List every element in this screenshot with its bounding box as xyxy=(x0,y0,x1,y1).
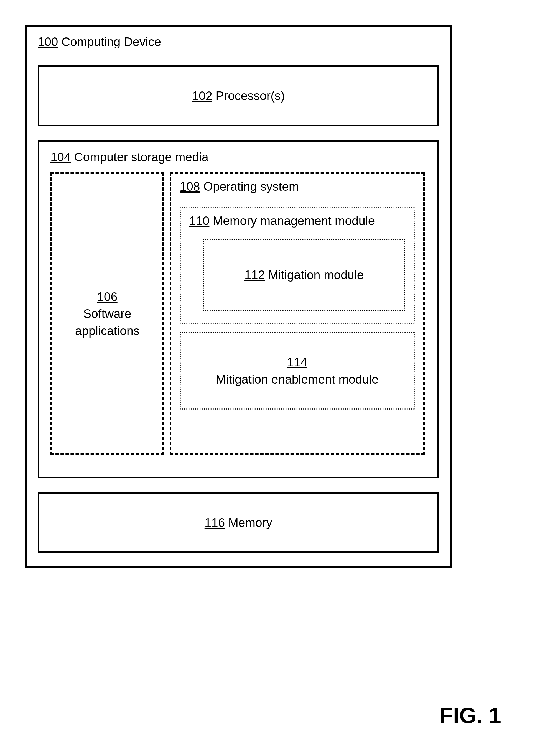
storage-title: 104 Computer storage media xyxy=(51,150,426,164)
processor-box: 102 Processor(s) xyxy=(38,65,439,126)
storage-box: 104 Computer storage media 106 Software … xyxy=(38,140,439,478)
os-box: 108 Operating system 110 Memory manageme… xyxy=(170,172,425,455)
mitigation-module-box: 112 Mitigation module xyxy=(203,239,405,311)
mitigation-ref: 112 xyxy=(244,268,265,282)
memory-ref: 116 xyxy=(204,516,225,529)
os-label: Operating system xyxy=(203,180,299,193)
processor-ref: 102 xyxy=(192,89,212,102)
memory-management-box: 110 Memory management module 112 Mitigat… xyxy=(180,207,415,324)
memory-box: 116 Memory xyxy=(38,492,439,553)
memory-label: Memory xyxy=(228,516,272,529)
software-label1: Software xyxy=(75,305,139,322)
device-label: Computing Device xyxy=(62,35,161,49)
software-apps-box: 106 Software applications xyxy=(51,172,164,455)
storage-ref: 104 xyxy=(51,150,71,164)
mitigation-label: Mitigation module xyxy=(268,268,364,282)
software-ref: 106 xyxy=(97,290,117,304)
enablement-ref: 114 xyxy=(287,355,307,369)
computing-device-box: 100 Computing Device 102 Processor(s) 10… xyxy=(25,25,452,568)
device-ref: 100 xyxy=(38,35,58,49)
mmm-label: Memory management module xyxy=(213,214,375,227)
os-ref: 108 xyxy=(180,180,200,193)
figure-label: FIG. 1 xyxy=(440,703,501,728)
software-label2: applications xyxy=(75,322,139,339)
mmm-title: 110 Memory management module xyxy=(189,214,405,228)
os-title: 108 Operating system xyxy=(180,180,415,193)
enablement-label: Mitigation enablement module xyxy=(216,371,378,388)
mmm-ref: 110 xyxy=(189,214,209,227)
processor-label: Processor(s) xyxy=(216,89,285,102)
storage-label: Computer storage media xyxy=(74,150,208,164)
mitigation-enablement-box: 114 Mitigation enablement module xyxy=(180,332,415,410)
dashed-container: 106 Software applications 108 Operating … xyxy=(51,172,426,463)
device-title: 100 Computing Device xyxy=(38,35,439,49)
